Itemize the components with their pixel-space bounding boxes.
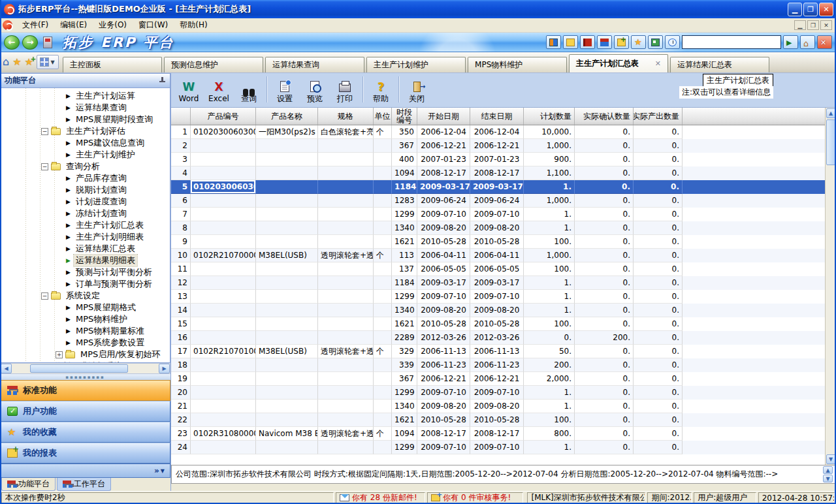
column-header-产品编号[interactable]: 产品编号: [191, 108, 256, 125]
pin-icon[interactable]: [159, 77, 166, 84]
column-header-rownum[interactable]: [171, 108, 191, 125]
column-header-实际产出数量[interactable]: 实际产出数量: [634, 108, 683, 125]
scroll-right-button[interactable]: ▶: [159, 364, 170, 373]
tree-item-计划进度查询[interactable]: ▶计划进度查询: [1, 196, 170, 208]
menu-item[interactable]: 窗口(W): [133, 18, 174, 32]
search-input[interactable]: [682, 35, 781, 49]
tab-运算结果汇总表[interactable]: 运算结果汇总表: [670, 57, 769, 72]
forward-button[interactable]: →: [22, 35, 38, 50]
notebook-icon[interactable]: [580, 35, 595, 49]
menu-item[interactable]: 编辑(E): [54, 18, 93, 32]
scroll-left-button[interactable]: ◀: [1, 364, 12, 373]
add-favorite-icon[interactable]: ★: [25, 57, 33, 67]
tab-主生产计划维护[interactable]: 主生产计划维护: [366, 57, 466, 72]
打印-button[interactable]: 打印: [330, 75, 360, 104]
panel-button-标准功能[interactable]: 标准功能: [0, 380, 170, 401]
table-row[interactable]: 111372006-05-052006-05-05100.0.0.: [171, 262, 825, 276]
expand-icon[interactable]: +: [56, 351, 63, 358]
home-button[interactable]: ⌂: [800, 35, 815, 49]
预览-button[interactable]: 预览: [300, 75, 330, 104]
table-row[interactable]: 410942008-12-172008-12-171,100.0.0.: [171, 166, 825, 180]
folder-up-icon[interactable]: [563, 35, 578, 49]
tab-MPS物料维护[interactable]: MPS物料维护: [468, 57, 567, 72]
tree-item-主生产计划维护[interactable]: ▶主生产计划维护: [1, 149, 170, 161]
collapse-icon[interactable]: −: [31, 363, 38, 364]
tab-预测信息维护[interactable]: 预测信息维护: [164, 57, 263, 72]
table-row[interactable]: 712992009-07-102009-07-101.0.0.: [171, 208, 825, 221]
tree-item-订单与预测平衡分析[interactable]: ▶订单与预测平衡分析: [1, 278, 170, 290]
table-row[interactable]: 1516212010-05-282010-05-28100.0.0.: [171, 317, 825, 331]
menu-item[interactable]: 帮助(H): [174, 18, 213, 32]
sidebar-tab-工作平台[interactable]: 工作平台: [57, 478, 111, 491]
column-header-计划数量[interactable]: 计划数量: [524, 108, 575, 125]
scroll-up-button[interactable]: ▲: [826, 108, 836, 118]
new-folder-icon[interactable]: [614, 35, 629, 49]
tree-item-主生产计划汇总表[interactable]: ▶主生产计划汇总表: [1, 219, 170, 231]
tree-item-MPS展望期时段查询[interactable]: ▶MPS展望期时段查询: [1, 114, 170, 125]
table-row[interactable]: 2216212010-05-282010-05-28100.0.0.: [171, 413, 825, 427]
column-header-单位[interactable]: 单位: [374, 108, 392, 125]
table-row[interactable]: 1211842009-03-172009-03-171.0.0.: [171, 276, 825, 290]
column-header-结束日期[interactable]: 结束日期: [470, 108, 524, 125]
mdi-minimize-button[interactable]: ▁: [794, 20, 806, 30]
sidebar-splitter[interactable]: ▪▪▪▪▪▪▪▪▪: [0, 374, 170, 380]
tree-item-MPS展望期格式[interactable]: ▶MPS展望期格式: [1, 302, 170, 313]
设置-button[interactable]: 设置: [270, 75, 300, 104]
summary-scroll-down[interactable]: ▼: [823, 475, 833, 482]
tree-item-主生产计划评估[interactable]: −主生产计划评估: [1, 125, 170, 137]
tree-item-预测与计划平衡分析[interactable]: ▶预测与计划平衡分析: [1, 266, 170, 278]
layout-icon[interactable]: [546, 35, 561, 49]
tree-item-系统设定[interactable]: −系统设定: [1, 290, 170, 302]
desktop-icon[interactable]: [43, 37, 52, 48]
table-row[interactable]: 23672006-12-212006-12-211,000.0.0.: [171, 139, 825, 153]
panel-button-我的报表[interactable]: 我的报表: [0, 443, 170, 464]
tree-hscrollbar[interactable]: ◀ ▶: [0, 363, 170, 374]
table-row[interactable]: 5010203006030011842009-03-172009-03-171.…: [171, 180, 825, 194]
tree-item-物料需求计划系统[interactable]: −物料需求计划系统: [1, 360, 170, 363]
tab-运算结果查询[interactable]: 运算结果查询: [265, 57, 364, 72]
table-row[interactable]: 813402009-08-202009-08-201.0.0.: [171, 221, 825, 235]
tree-item-MPS物料维护[interactable]: ▶MPS物料维护: [1, 313, 170, 325]
collapse-icon[interactable]: −: [41, 128, 48, 135]
mail-status[interactable]: 你有 28 份新邮件!: [336, 492, 425, 503]
tree-item-脱期计划查询[interactable]: ▶脱期计划查询: [1, 184, 170, 196]
column-header-时段编号[interactable]: 时段编号: [392, 108, 417, 125]
panel-button-我的收藏[interactable]: 我的收藏: [0, 422, 170, 443]
column-header-实际确认数量[interactable]: 实际确认数量: [575, 108, 634, 125]
favorites-icon[interactable]: ★: [631, 35, 646, 49]
tree-item-MPS系统参数设置[interactable]: ▶MPS系统参数设置: [1, 337, 170, 349]
table-row[interactable]: 34002007-01-232007-01-23900.0.0.: [171, 153, 825, 166]
home-tab-icon[interactable]: ⌂: [3, 57, 9, 67]
table-row[interactable]: 2412992009-07-102009-07-101.0.0.: [171, 441, 825, 454]
menu-item[interactable]: 业务(O): [93, 18, 133, 32]
mdi-close-button[interactable]: ✕: [820, 20, 832, 30]
favorite-icon[interactable]: ★: [12, 57, 21, 67]
table-vscrollbar[interactable]: ▲ ▼: [825, 108, 836, 465]
exit-button[interactable]: ✕: [817, 35, 832, 49]
contacts-icon[interactable]: [648, 35, 663, 49]
hscroll-thumb[interactable]: [30, 364, 128, 373]
column-header-开始日期[interactable]: 开始日期: [417, 108, 470, 125]
tree-item-运算结果明细表[interactable]: ▶运算结果明细表: [1, 255, 170, 266]
tree-item-产品库存查询[interactable]: ▶产品库存查询: [1, 172, 170, 184]
panel-button-用户功能[interactable]: 用户功能: [0, 401, 170, 422]
back-button[interactable]: ←: [4, 35, 20, 50]
collapse-icon[interactable]: −: [41, 163, 48, 170]
tree-item-查询分析[interactable]: −查询分析: [1, 161, 170, 172]
查询-button[interactable]: 查询: [234, 75, 264, 104]
run-button[interactable]: ▶: [783, 35, 798, 49]
table-row[interactable]: 1413402009-08-202009-08-201.0.0.: [171, 304, 825, 317]
table-row[interactable]: 1622892012-03-262012-03-260.200.0.: [171, 331, 825, 345]
minimize-button[interactable]: ▁: [788, 3, 802, 16]
table-row[interactable]: 183392006-11-232006-11-23200.0.0.: [171, 358, 825, 372]
table-row[interactable]: 2113402009-08-202009-08-201.0.0.: [171, 400, 825, 413]
collapse-icon[interactable]: −: [41, 292, 48, 300]
关闭-button[interactable]: 关闭: [402, 75, 432, 104]
tab-主控面板[interactable]: 主控面板: [63, 57, 162, 72]
tree-item-MPS启用/恢复初始环[interactable]: +MPS启用/恢复初始环: [1, 349, 170, 360]
menu-item[interactable]: 文件(F): [16, 18, 54, 32]
tree-item-运算结果汇总表[interactable]: ▶运算结果汇总表: [1, 243, 170, 255]
scroll-down-button[interactable]: ▼: [826, 454, 836, 464]
excel-button[interactable]: XExcel: [204, 75, 234, 104]
table-row[interactable]: 230102R31080000Navicom M38 EL透明滚轮套+透明个10…: [171, 427, 825, 441]
